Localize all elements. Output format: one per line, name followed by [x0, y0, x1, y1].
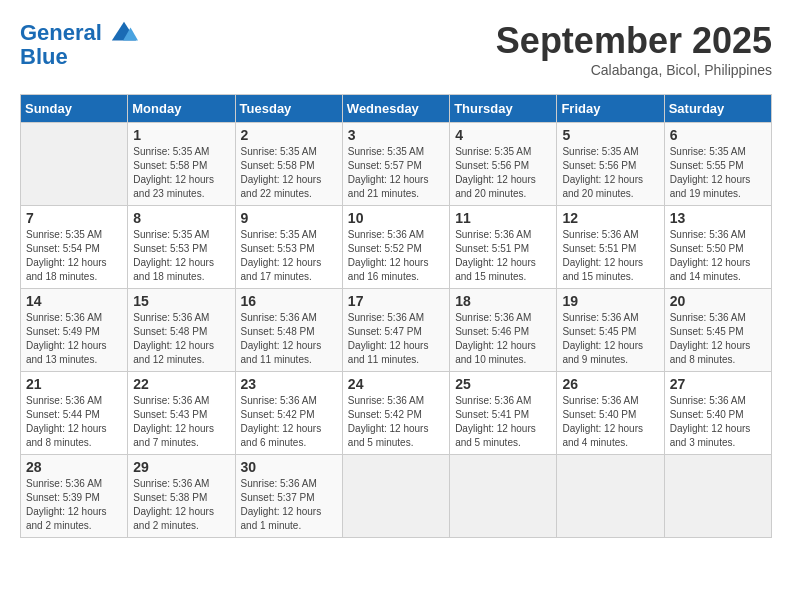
day-detail: Sunrise: 5:35 AM Sunset: 5:57 PM Dayligh… [348, 145, 444, 201]
calendar-cell: 9Sunrise: 5:35 AM Sunset: 5:53 PM Daylig… [235, 206, 342, 289]
day-number: 2 [241, 127, 337, 143]
day-number: 13 [670, 210, 766, 226]
calendar-cell [450, 455, 557, 538]
day-number: 26 [562, 376, 658, 392]
day-detail: Sunrise: 5:36 AM Sunset: 5:51 PM Dayligh… [455, 228, 551, 284]
day-number: 19 [562, 293, 658, 309]
calendar-cell: 3Sunrise: 5:35 AM Sunset: 5:57 PM Daylig… [342, 123, 449, 206]
day-number: 1 [133, 127, 229, 143]
day-detail: Sunrise: 5:36 AM Sunset: 5:47 PM Dayligh… [348, 311, 444, 367]
day-number: 11 [455, 210, 551, 226]
day-number: 17 [348, 293, 444, 309]
calendar-cell: 27Sunrise: 5:36 AM Sunset: 5:40 PM Dayli… [664, 372, 771, 455]
day-detail: Sunrise: 5:36 AM Sunset: 5:49 PM Dayligh… [26, 311, 122, 367]
day-detail: Sunrise: 5:36 AM Sunset: 5:40 PM Dayligh… [562, 394, 658, 450]
location: Calabanga, Bicol, Philippines [496, 62, 772, 78]
calendar-cell [342, 455, 449, 538]
weekday-header-sunday: Sunday [21, 95, 128, 123]
week-row-1: 1Sunrise: 5:35 AM Sunset: 5:58 PM Daylig… [21, 123, 772, 206]
day-detail: Sunrise: 5:36 AM Sunset: 5:42 PM Dayligh… [241, 394, 337, 450]
weekday-header-saturday: Saturday [664, 95, 771, 123]
weekday-header-wednesday: Wednesday [342, 95, 449, 123]
month-title: September 2025 [496, 20, 772, 62]
calendar-cell: 28Sunrise: 5:36 AM Sunset: 5:39 PM Dayli… [21, 455, 128, 538]
weekday-header-thursday: Thursday [450, 95, 557, 123]
weekday-header-tuesday: Tuesday [235, 95, 342, 123]
calendar-cell: 23Sunrise: 5:36 AM Sunset: 5:42 PM Dayli… [235, 372, 342, 455]
day-detail: Sunrise: 5:35 AM Sunset: 5:53 PM Dayligh… [241, 228, 337, 284]
calendar-cell [557, 455, 664, 538]
day-number: 16 [241, 293, 337, 309]
day-detail: Sunrise: 5:35 AM Sunset: 5:56 PM Dayligh… [562, 145, 658, 201]
weekday-header-friday: Friday [557, 95, 664, 123]
calendar-cell: 20Sunrise: 5:36 AM Sunset: 5:45 PM Dayli… [664, 289, 771, 372]
day-detail: Sunrise: 5:35 AM Sunset: 5:53 PM Dayligh… [133, 228, 229, 284]
day-number: 30 [241, 459, 337, 475]
page-header: General Blue September 2025 Calabanga, B… [20, 20, 772, 78]
day-detail: Sunrise: 5:36 AM Sunset: 5:45 PM Dayligh… [562, 311, 658, 367]
calendar-cell: 2Sunrise: 5:35 AM Sunset: 5:58 PM Daylig… [235, 123, 342, 206]
day-detail: Sunrise: 5:36 AM Sunset: 5:52 PM Dayligh… [348, 228, 444, 284]
calendar-cell: 1Sunrise: 5:35 AM Sunset: 5:58 PM Daylig… [128, 123, 235, 206]
day-number: 6 [670, 127, 766, 143]
day-number: 7 [26, 210, 122, 226]
calendar-cell: 30Sunrise: 5:36 AM Sunset: 5:37 PM Dayli… [235, 455, 342, 538]
day-detail: Sunrise: 5:35 AM Sunset: 5:54 PM Dayligh… [26, 228, 122, 284]
day-detail: Sunrise: 5:35 AM Sunset: 5:58 PM Dayligh… [133, 145, 229, 201]
day-detail: Sunrise: 5:35 AM Sunset: 5:55 PM Dayligh… [670, 145, 766, 201]
weekday-header-row: SundayMondayTuesdayWednesdayThursdayFrid… [21, 95, 772, 123]
day-number: 8 [133, 210, 229, 226]
calendar-cell: 14Sunrise: 5:36 AM Sunset: 5:49 PM Dayli… [21, 289, 128, 372]
day-detail: Sunrise: 5:36 AM Sunset: 5:48 PM Dayligh… [133, 311, 229, 367]
day-detail: Sunrise: 5:36 AM Sunset: 5:46 PM Dayligh… [455, 311, 551, 367]
day-number: 29 [133, 459, 229, 475]
title-block: September 2025 Calabanga, Bicol, Philipp… [496, 20, 772, 78]
calendar-cell: 7Sunrise: 5:35 AM Sunset: 5:54 PM Daylig… [21, 206, 128, 289]
calendar-cell [21, 123, 128, 206]
day-number: 9 [241, 210, 337, 226]
calendar-table: SundayMondayTuesdayWednesdayThursdayFrid… [20, 94, 772, 538]
week-row-5: 28Sunrise: 5:36 AM Sunset: 5:39 PM Dayli… [21, 455, 772, 538]
day-detail: Sunrise: 5:36 AM Sunset: 5:39 PM Dayligh… [26, 477, 122, 533]
calendar-cell: 21Sunrise: 5:36 AM Sunset: 5:44 PM Dayli… [21, 372, 128, 455]
calendar-cell: 29Sunrise: 5:36 AM Sunset: 5:38 PM Dayli… [128, 455, 235, 538]
calendar-cell: 25Sunrise: 5:36 AM Sunset: 5:41 PM Dayli… [450, 372, 557, 455]
day-detail: Sunrise: 5:36 AM Sunset: 5:50 PM Dayligh… [670, 228, 766, 284]
calendar-cell: 22Sunrise: 5:36 AM Sunset: 5:43 PM Dayli… [128, 372, 235, 455]
day-number: 24 [348, 376, 444, 392]
calendar-cell: 19Sunrise: 5:36 AM Sunset: 5:45 PM Dayli… [557, 289, 664, 372]
week-row-3: 14Sunrise: 5:36 AM Sunset: 5:49 PM Dayli… [21, 289, 772, 372]
week-row-2: 7Sunrise: 5:35 AM Sunset: 5:54 PM Daylig… [21, 206, 772, 289]
day-detail: Sunrise: 5:36 AM Sunset: 5:38 PM Dayligh… [133, 477, 229, 533]
day-detail: Sunrise: 5:36 AM Sunset: 5:42 PM Dayligh… [348, 394, 444, 450]
calendar-cell: 17Sunrise: 5:36 AM Sunset: 5:47 PM Dayli… [342, 289, 449, 372]
day-detail: Sunrise: 5:36 AM Sunset: 5:48 PM Dayligh… [241, 311, 337, 367]
day-detail: Sunrise: 5:36 AM Sunset: 5:43 PM Dayligh… [133, 394, 229, 450]
day-detail: Sunrise: 5:36 AM Sunset: 5:45 PM Dayligh… [670, 311, 766, 367]
calendar-cell: 13Sunrise: 5:36 AM Sunset: 5:50 PM Dayli… [664, 206, 771, 289]
day-number: 3 [348, 127, 444, 143]
calendar-cell: 26Sunrise: 5:36 AM Sunset: 5:40 PM Dayli… [557, 372, 664, 455]
weekday-header-monday: Monday [128, 95, 235, 123]
day-detail: Sunrise: 5:35 AM Sunset: 5:56 PM Dayligh… [455, 145, 551, 201]
calendar-cell: 4Sunrise: 5:35 AM Sunset: 5:56 PM Daylig… [450, 123, 557, 206]
day-detail: Sunrise: 5:36 AM Sunset: 5:44 PM Dayligh… [26, 394, 122, 450]
day-number: 27 [670, 376, 766, 392]
day-number: 20 [670, 293, 766, 309]
day-number: 28 [26, 459, 122, 475]
day-number: 25 [455, 376, 551, 392]
day-number: 12 [562, 210, 658, 226]
day-number: 10 [348, 210, 444, 226]
calendar-cell: 6Sunrise: 5:35 AM Sunset: 5:55 PM Daylig… [664, 123, 771, 206]
calendar-cell [664, 455, 771, 538]
calendar-cell: 5Sunrise: 5:35 AM Sunset: 5:56 PM Daylig… [557, 123, 664, 206]
calendar-cell: 24Sunrise: 5:36 AM Sunset: 5:42 PM Dayli… [342, 372, 449, 455]
day-number: 15 [133, 293, 229, 309]
calendar-cell: 10Sunrise: 5:36 AM Sunset: 5:52 PM Dayli… [342, 206, 449, 289]
day-number: 4 [455, 127, 551, 143]
calendar-cell: 12Sunrise: 5:36 AM Sunset: 5:51 PM Dayli… [557, 206, 664, 289]
calendar-cell: 11Sunrise: 5:36 AM Sunset: 5:51 PM Dayli… [450, 206, 557, 289]
day-number: 18 [455, 293, 551, 309]
day-detail: Sunrise: 5:36 AM Sunset: 5:37 PM Dayligh… [241, 477, 337, 533]
calendar-cell: 16Sunrise: 5:36 AM Sunset: 5:48 PM Dayli… [235, 289, 342, 372]
